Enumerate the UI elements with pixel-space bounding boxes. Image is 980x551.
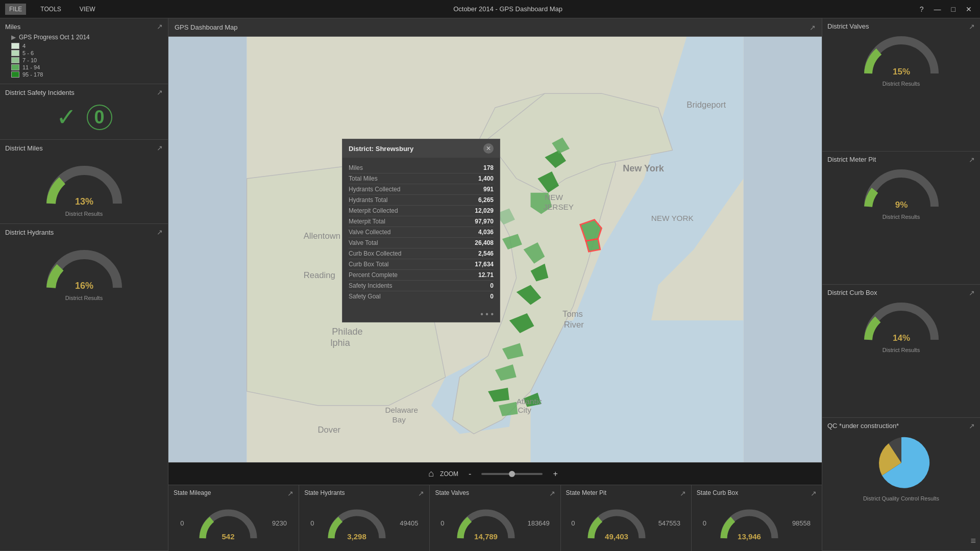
district-valves-title: District Valves [827, 22, 869, 31]
map-body[interactable]: Bridgeport New York Allentown Reading Tr… [168, 37, 822, 462]
maximize-button[interactable]: □ [948, 4, 959, 14]
qc-section: QC *under construction* ↗ District Quali… [822, 418, 980, 551]
svg-text:Reading: Reading [304, 270, 335, 280]
zoom-minus-button[interactable]: - [464, 468, 475, 480]
miles-title: Miles [5, 23, 20, 31]
popup-title: District: Shrewsbury [349, 145, 413, 153]
bottom-right-num: 98558 [792, 519, 811, 527]
district-hydrants-gauge: 16% District Results [5, 239, 163, 304]
map-header: GPS Dashboard Map ↗ [168, 18, 822, 37]
bottom-section: State Valves ↗ 0 14,789 183649 [430, 485, 560, 551]
home-icon[interactable]: ⌂ [428, 468, 434, 479]
svg-text:15%: 15% [892, 67, 910, 77]
district-valves-label: District Results [883, 81, 920, 87]
district-meter-pit-title: District Meter Pit [827, 156, 876, 164]
district-curb-box-expand[interactable]: ↗ [969, 289, 975, 297]
incident-count: 0 [87, 105, 112, 130]
popup-val: 178 [483, 164, 494, 171]
bottom-section-expand[interactable]: ↗ [418, 489, 424, 497]
bottom-section-header: State Valves ↗ [435, 489, 555, 497]
zoom-plus-button[interactable]: + [549, 468, 561, 480]
window-controls: ? — □ ✕ [917, 4, 975, 14]
menu-tools[interactable]: TOOLS [36, 4, 65, 15]
popup-row: Total Miles1,400 [349, 173, 494, 184]
menu-view[interactable]: VIEW [76, 4, 100, 15]
popup-key: Valve Collected [349, 229, 391, 236]
svg-text:Bay: Bay [392, 415, 406, 424]
popup-key: Meterpit Total [349, 218, 385, 225]
popup-val: 17,634 [475, 261, 494, 268]
district-hydrants-label: District Results [65, 295, 103, 301]
bottom-section-expand[interactable]: ↗ [549, 489, 555, 497]
popup-val: 12,029 [475, 207, 494, 214]
district-meter-pit-expand[interactable]: ↗ [969, 156, 975, 164]
popup-key: Total Miles [349, 175, 378, 182]
legend-color-5 [11, 71, 19, 78]
district-hydrants-title: District Hydrants [5, 229, 54, 236]
left-panel: Miles ↗ ▶ GPS Progress Oct 1 2014 4 5 - … [0, 18, 168, 551]
map-title: GPS Dashboard Map [175, 23, 238, 31]
title-bar: FILE TOOLS VIEW October 2014 - GPS Dashb… [0, 0, 980, 18]
legend-color-3 [11, 57, 19, 63]
miles-expand[interactable]: ↗ [157, 22, 163, 31]
popup-close-button[interactable]: ✕ [483, 143, 494, 154]
legend-item-2: 5 - 6 [11, 50, 163, 56]
district-miles-expand[interactable]: ↗ [157, 144, 163, 152]
popup-body: Miles178Total Miles1,400Hydrants Collect… [342, 158, 500, 307]
popup-row: Safety Incidents0 [349, 281, 494, 291]
bottom-section-expand[interactable]: ↗ [680, 489, 686, 497]
zoom-slider[interactable] [481, 473, 543, 475]
bottom-section-header: State Curb Box ↗ [697, 489, 817, 497]
bottom-gauge-svg: 542 [198, 505, 259, 542]
window-title: October 2014 - GPS Dashboard Map [453, 5, 562, 13]
svg-text:Allentown: Allentown [304, 231, 340, 241]
bottom-section-expand[interactable]: ↗ [811, 489, 817, 497]
popup-val: 26,408 [475, 239, 494, 246]
bottom-gauge-svg: 3,298 [326, 505, 387, 542]
center-panel: GPS Dashboard Map ↗ [168, 18, 822, 551]
bottom-section: State Curb Box ↗ 0 13,946 98558 [692, 485, 822, 551]
map-footer: ⌂ ZOOM - + [168, 462, 822, 485]
bottom-section-expand[interactable]: ↗ [287, 489, 293, 497]
svg-text:City: City [518, 406, 531, 414]
bottom-right-num: 49405 [400, 519, 418, 527]
district-hydrants-expand[interactable]: ↗ [157, 228, 163, 236]
popup-row: Hydrants Collected991 [349, 184, 494, 195]
popup-row: Safety Goal0 [349, 291, 494, 302]
popup-row: Percent Complete12.71 [349, 270, 494, 281]
safety-expand[interactable]: ↗ [157, 88, 163, 96]
popup-val: 991 [483, 186, 494, 193]
qc-title: QC *under construction* [827, 422, 899, 430]
district-valves-expand[interactable]: ↗ [969, 22, 975, 31]
legend-item-5: 95 - 178 [11, 71, 163, 78]
bottom-left-num: 0 [310, 519, 314, 527]
svg-text:9%: 9% [895, 200, 908, 210]
legend-label-5: 95 - 178 [22, 71, 43, 78]
bottom-section-header: State Meter Pit ↗ [566, 489, 686, 497]
map-expand[interactable]: ↗ [810, 23, 816, 32]
menu-file[interactable]: FILE [5, 4, 26, 15]
minimize-button[interactable]: — [931, 4, 944, 14]
qc-list-icon[interactable]: ≡ [970, 536, 976, 546]
help-button[interactable]: ? [917, 4, 927, 14]
safety-title: District Safety Incidents [5, 89, 75, 96]
bottom-gauge-area: 0 3,298 49405 [304, 499, 424, 547]
district-meter-pit-label: District Results [883, 214, 920, 220]
bottom-section: State Meter Pit ↗ 0 49,403 547553 [561, 485, 692, 551]
miles-section: Miles ↗ ▶ GPS Progress Oct 1 2014 4 5 - … [0, 18, 168, 84]
bottom-left-num: 0 [440, 519, 444, 527]
legend-color-4 [11, 64, 19, 70]
close-button[interactable]: ✕ [963, 4, 975, 14]
svg-text:3,298: 3,298 [348, 532, 367, 541]
bottom-gauge-svg: 14,789 [455, 505, 517, 542]
svg-text:NEW YORK: NEW YORK [651, 214, 694, 222]
popup-row: Miles178 [349, 163, 494, 173]
svg-text:JERSEY: JERSEY [544, 203, 574, 211]
district-miles-label: District Results [65, 211, 103, 217]
checkmark-icon: ✓ [56, 105, 77, 130]
qc-expand[interactable]: ↗ [969, 422, 975, 430]
popup-row: Curb Box Total17,634 [349, 259, 494, 270]
bottom-right-num: 547553 [658, 519, 680, 527]
bottom-gauge-area: 0 14,789 183649 [435, 499, 555, 547]
svg-text:13%: 13% [75, 196, 93, 207]
